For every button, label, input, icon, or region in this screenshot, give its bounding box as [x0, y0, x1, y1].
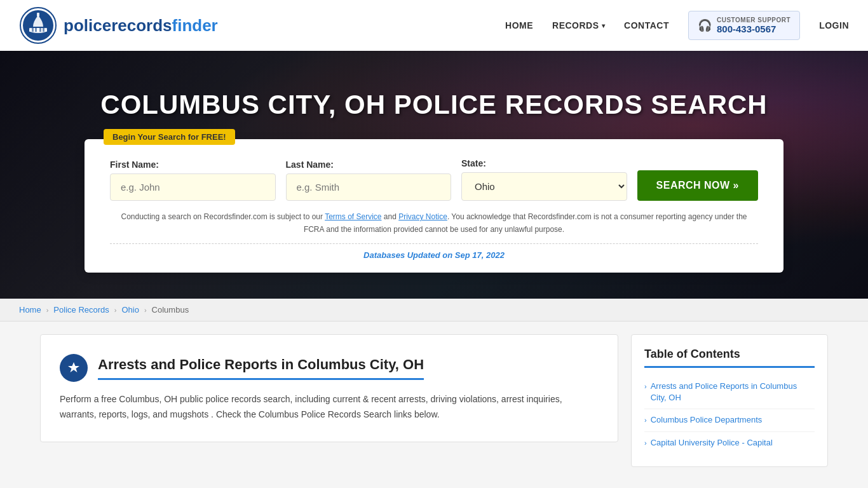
search-button[interactable]: SEARCH NOW »: [637, 170, 758, 201]
state-label: State:: [461, 158, 627, 168]
first-name-field-group: First Name:: [110, 159, 276, 201]
nav-records[interactable]: RECORDS ▾: [552, 20, 605, 30]
hero-title: COLUMBUS CITY, OH POLICE RECORDS SEARCH: [100, 90, 767, 120]
free-badge: Begin Your Search for FREE!: [104, 129, 235, 145]
section-header: Arrests and Police Reports in Columbus C…: [60, 354, 599, 382]
logo-text: policerecordsfinder: [64, 16, 218, 36]
privacy-link[interactable]: Privacy Notice: [398, 212, 447, 221]
svg-rect-5: [32, 27, 34, 32]
last-name-label: Last Name:: [286, 159, 452, 170]
toc-link-1[interactable]: Arrests and Police Reports in Columbus C…: [651, 381, 815, 403]
svg-rect-6: [35, 27, 37, 32]
hero-section: COLUMBUS CITY, OH POLICE RECORDS SEARCH …: [0, 51, 868, 299]
search-container: Begin Your Search for FREE! First Name: …: [85, 139, 783, 272]
section-title: Arrests and Police Reports in Columbus C…: [98, 356, 424, 380]
toc-chevron-2: ›: [644, 416, 647, 424]
support-number: 800-433-0567: [717, 24, 790, 34]
main-content: Arrests and Police Reports in Columbus C…: [27, 334, 841, 467]
breadcrumb-sep-2: ›: [114, 306, 117, 314]
svg-rect-4: [37, 13, 39, 17]
disclaimer-text: Conducting a search on Recordsfinder.com…: [110, 211, 758, 235]
state-field-group: State: Ohio Alabama Alaska Arizona Arkan…: [461, 158, 627, 201]
login-button[interactable]: LOGIN: [819, 20, 849, 30]
db-updated-date: Sep 17, 2022: [455, 250, 505, 260]
nav-contact[interactable]: CONTACT: [624, 20, 669, 30]
db-updated-section: Databases Updated on Sep 17, 2022: [110, 243, 758, 260]
breadcrumb-sep-3: ›: [144, 306, 147, 314]
last-name-input[interactable]: [286, 173, 452, 201]
toc-link-2[interactable]: Columbus Police Departments: [651, 414, 763, 426]
toc-list: › Arrests and Police Reports in Columbus…: [644, 376, 815, 454]
first-name-input[interactable]: [110, 173, 276, 201]
svg-rect-8: [43, 27, 44, 32]
db-updated-text: Databases Updated on Sep 17, 2022: [110, 250, 758, 260]
chevron-down-icon: ▾: [602, 22, 606, 29]
breadcrumb-current: Columbus: [152, 305, 189, 315]
last-name-field-group: Last Name:: [286, 159, 452, 201]
first-name-label: First Name:: [110, 159, 276, 170]
content-left: Arrests and Police Reports in Columbus C…: [40, 334, 618, 442]
breadcrumb-police-records[interactable]: Police Records: [53, 305, 109, 315]
search-fields: First Name: Last Name: State: Ohio Alaba…: [110, 158, 758, 201]
police-badge-icon: [60, 354, 88, 382]
breadcrumb-home[interactable]: Home: [19, 305, 41, 315]
breadcrumb-sep-1: ›: [46, 306, 49, 314]
section-body: Perform a free Columbus, OH public polic…: [60, 392, 599, 423]
toc-chevron-3: ›: [644, 439, 647, 447]
terms-link[interactable]: Terms of Service: [325, 212, 381, 221]
breadcrumb: Home › Police Records › Ohio › Columbus: [0, 299, 868, 322]
sidebar-right: Table of Contents › Arrests and Police R…: [631, 334, 828, 467]
toc-item-3[interactable]: › Capital University Police - Capital: [644, 432, 815, 454]
main-nav: HOME RECORDS ▾ CONTACT 🎧 CUSTOMER SUPPOR…: [505, 11, 849, 40]
toc-chevron-1: ›: [644, 383, 647, 390]
customer-support: 🎧 CUSTOMER SUPPORT 800-433-0567: [688, 11, 800, 40]
breadcrumb-ohio[interactable]: Ohio: [121, 305, 139, 315]
toc-link-3[interactable]: Capital University Police - Capital: [651, 437, 773, 449]
state-select[interactable]: Ohio Alabama Alaska Arizona Arkansas Cal…: [461, 172, 627, 201]
logo-icon: [19, 6, 57, 44]
nav-home[interactable]: HOME: [505, 20, 533, 30]
toc-item-2[interactable]: › Columbus Police Departments: [644, 409, 815, 431]
svg-rect-7: [39, 27, 41, 32]
toc-item-1[interactable]: › Arrests and Police Reports in Columbus…: [644, 376, 815, 409]
support-label: CUSTOMER SUPPORT: [717, 17, 790, 24]
site-header: policerecordsfinder HOME RECORDS ▾ CONTA…: [0, 0, 868, 51]
headset-icon: 🎧: [698, 18, 712, 32]
toc-title: Table of Contents: [644, 348, 815, 368]
logo-area: policerecordsfinder: [19, 6, 218, 44]
